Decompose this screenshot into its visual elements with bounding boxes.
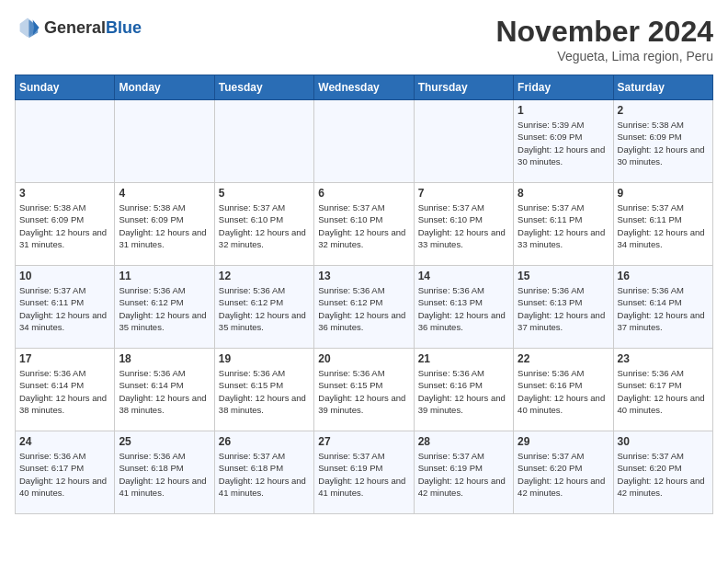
logo: GeneralBlue	[15, 15, 142, 40]
calendar-cell: 22Sunrise: 5:36 AM Sunset: 6:16 PM Dayli…	[514, 349, 613, 431]
cell-info: Sunrise: 5:37 AM Sunset: 6:10 PM Dayligh…	[418, 201, 509, 250]
header-monday: Monday	[115, 75, 214, 100]
day-number: 11	[119, 270, 210, 282]
calendar-body: 1Sunrise: 5:39 AM Sunset: 6:09 PM Daylig…	[16, 100, 713, 514]
page-header: GeneralBlue November 2024 Vegueta, Lima …	[15, 15, 713, 63]
calendar-cell	[214, 100, 313, 183]
cell-info: Sunrise: 5:36 AM Sunset: 6:17 PM Dayligh…	[19, 450, 110, 499]
calendar-cell: 23Sunrise: 5:36 AM Sunset: 6:17 PM Dayli…	[613, 349, 712, 431]
cell-info: Sunrise: 5:36 AM Sunset: 6:15 PM Dayligh…	[219, 367, 310, 416]
calendar-cell: 6Sunrise: 5:37 AM Sunset: 6:10 PM Daylig…	[314, 183, 414, 266]
cell-info: Sunrise: 5:37 AM Sunset: 6:20 PM Dayligh…	[518, 450, 609, 499]
header-wednesday: Wednesday	[314, 75, 414, 100]
header-tuesday: Tuesday	[214, 75, 313, 100]
day-number: 26	[219, 435, 310, 448]
calendar-cell	[115, 100, 214, 183]
cell-info: Sunrise: 5:36 AM Sunset: 6:16 PM Dayligh…	[518, 367, 609, 416]
day-number: 28	[418, 435, 509, 448]
header-friday: Friday	[514, 75, 613, 100]
week-row-4: 17Sunrise: 5:36 AM Sunset: 6:14 PM Dayli…	[16, 349, 713, 431]
calendar-cell: 11Sunrise: 5:36 AM Sunset: 6:12 PM Dayli…	[115, 266, 214, 349]
day-number: 7	[418, 187, 509, 200]
calendar-title: November 2024	[495, 15, 713, 49]
cell-info: Sunrise: 5:37 AM Sunset: 6:20 PM Dayligh…	[618, 450, 709, 499]
calendar-cell: 25Sunrise: 5:36 AM Sunset: 6:18 PM Dayli…	[115, 431, 214, 514]
calendar-cell: 16Sunrise: 5:36 AM Sunset: 6:14 PM Dayli…	[613, 266, 712, 349]
cell-info: Sunrise: 5:36 AM Sunset: 6:15 PM Dayligh…	[318, 367, 409, 416]
cell-info: Sunrise: 5:36 AM Sunset: 6:14 PM Dayligh…	[19, 367, 110, 416]
cell-info: Sunrise: 5:37 AM Sunset: 6:11 PM Dayligh…	[518, 201, 609, 250]
calendar-cell: 8Sunrise: 5:37 AM Sunset: 6:11 PM Daylig…	[514, 183, 613, 266]
day-number: 12	[219, 270, 310, 282]
logo-blue: Blue	[106, 18, 142, 37]
calendar-cell: 19Sunrise: 5:36 AM Sunset: 6:15 PM Dayli…	[214, 349, 313, 431]
calendar-cell: 17Sunrise: 5:36 AM Sunset: 6:14 PM Dayli…	[16, 349, 115, 431]
cell-info: Sunrise: 5:38 AM Sunset: 6:09 PM Dayligh…	[618, 119, 709, 167]
week-row-2: 3Sunrise: 5:38 AM Sunset: 6:09 PM Daylig…	[16, 183, 713, 266]
calendar-cell: 30Sunrise: 5:37 AM Sunset: 6:20 PM Dayli…	[613, 431, 712, 514]
calendar-cell: 12Sunrise: 5:36 AM Sunset: 6:12 PM Dayli…	[214, 266, 313, 349]
calendar-cell: 18Sunrise: 5:36 AM Sunset: 6:14 PM Dayli…	[115, 349, 214, 431]
calendar-cell: 10Sunrise: 5:37 AM Sunset: 6:11 PM Dayli…	[16, 266, 115, 349]
calendar-cell: 24Sunrise: 5:36 AM Sunset: 6:17 PM Dayli…	[16, 431, 115, 514]
cell-info: Sunrise: 5:39 AM Sunset: 6:09 PM Dayligh…	[518, 119, 609, 167]
calendar-subtitle: Vegueta, Lima region, Peru	[495, 49, 713, 63]
calendar-header: Sunday Monday Tuesday Wednesday Thursday…	[16, 75, 713, 100]
calendar-cell: 4Sunrise: 5:38 AM Sunset: 6:09 PM Daylig…	[115, 183, 214, 266]
day-number: 23	[618, 352, 709, 365]
cell-info: Sunrise: 5:36 AM Sunset: 6:12 PM Dayligh…	[318, 284, 409, 333]
calendar-cell: 9Sunrise: 5:37 AM Sunset: 6:11 PM Daylig…	[613, 183, 712, 266]
cell-info: Sunrise: 5:37 AM Sunset: 6:10 PM Dayligh…	[219, 201, 310, 250]
calendar-cell: 1Sunrise: 5:39 AM Sunset: 6:09 PM Daylig…	[514, 100, 613, 183]
calendar-cell	[314, 100, 414, 183]
cell-info: Sunrise: 5:36 AM Sunset: 6:14 PM Dayligh…	[119, 367, 210, 416]
cell-info: Sunrise: 5:36 AM Sunset: 6:13 PM Dayligh…	[418, 284, 509, 333]
logo-general: General	[44, 18, 106, 37]
cell-info: Sunrise: 5:36 AM Sunset: 6:17 PM Dayligh…	[618, 367, 709, 416]
calendar-table: Sunday Monday Tuesday Wednesday Thursday…	[15, 75, 713, 514]
calendar-cell	[414, 100, 513, 183]
cell-info: Sunrise: 5:36 AM Sunset: 6:16 PM Dayligh…	[418, 367, 509, 416]
cell-info: Sunrise: 5:36 AM Sunset: 6:13 PM Dayligh…	[518, 284, 609, 333]
day-number: 25	[119, 435, 210, 448]
day-number: 10	[19, 270, 110, 282]
day-number: 16	[618, 270, 709, 282]
day-number: 18	[119, 352, 210, 365]
day-number: 15	[518, 270, 609, 282]
day-number: 9	[618, 187, 709, 200]
cell-info: Sunrise: 5:37 AM Sunset: 6:11 PM Dayligh…	[618, 201, 709, 250]
calendar-cell: 13Sunrise: 5:36 AM Sunset: 6:12 PM Dayli…	[314, 266, 414, 349]
week-row-5: 24Sunrise: 5:36 AM Sunset: 6:17 PM Dayli…	[16, 431, 713, 514]
calendar-cell: 27Sunrise: 5:37 AM Sunset: 6:19 PM Dayli…	[314, 431, 414, 514]
calendar-cell: 28Sunrise: 5:37 AM Sunset: 6:19 PM Dayli…	[414, 431, 513, 514]
cell-info: Sunrise: 5:36 AM Sunset: 6:12 PM Dayligh…	[219, 284, 310, 333]
day-number: 13	[318, 270, 409, 282]
day-number: 1	[518, 104, 609, 117]
calendar-cell: 7Sunrise: 5:37 AM Sunset: 6:10 PM Daylig…	[414, 183, 513, 266]
calendar-cell	[16, 100, 115, 183]
day-number: 29	[518, 435, 609, 448]
day-number: 24	[19, 435, 110, 448]
cell-info: Sunrise: 5:37 AM Sunset: 6:10 PM Dayligh…	[318, 201, 409, 250]
cell-info: Sunrise: 5:38 AM Sunset: 6:09 PM Dayligh…	[119, 201, 210, 250]
calendar-cell: 5Sunrise: 5:37 AM Sunset: 6:10 PM Daylig…	[214, 183, 313, 266]
day-number: 2	[618, 104, 709, 117]
calendar-cell: 3Sunrise: 5:38 AM Sunset: 6:09 PM Daylig…	[16, 183, 115, 266]
day-number: 19	[219, 352, 310, 365]
header-thursday: Thursday	[414, 75, 513, 100]
day-number: 14	[418, 270, 509, 282]
logo-icon	[15, 15, 40, 40]
cell-info: Sunrise: 5:36 AM Sunset: 6:12 PM Dayligh…	[119, 284, 210, 333]
calendar-cell: 20Sunrise: 5:36 AM Sunset: 6:15 PM Dayli…	[314, 349, 414, 431]
day-number: 22	[518, 352, 609, 365]
day-number: 20	[318, 352, 409, 365]
day-number: 27	[318, 435, 409, 448]
day-number: 30	[618, 435, 709, 448]
header-row: Sunday Monday Tuesday Wednesday Thursday…	[16, 75, 713, 100]
cell-info: Sunrise: 5:37 AM Sunset: 6:19 PM Dayligh…	[418, 450, 509, 499]
calendar-cell: 26Sunrise: 5:37 AM Sunset: 6:18 PM Dayli…	[214, 431, 313, 514]
calendar-cell: 15Sunrise: 5:36 AM Sunset: 6:13 PM Dayli…	[514, 266, 613, 349]
week-row-3: 10Sunrise: 5:37 AM Sunset: 6:11 PM Dayli…	[16, 266, 713, 349]
day-number: 8	[518, 187, 609, 200]
day-number: 17	[19, 352, 110, 365]
